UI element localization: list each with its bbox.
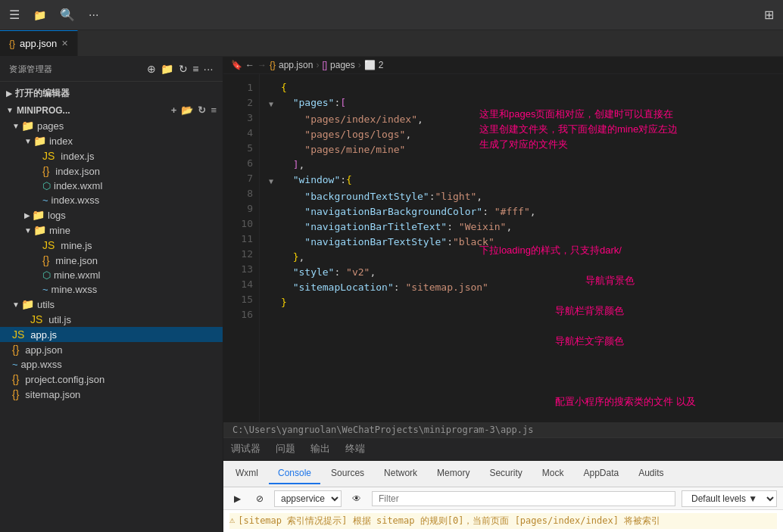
- tree-mine-js[interactable]: JS mine.js: [0, 238, 223, 253]
- play-button[interactable]: ▶: [229, 492, 245, 506]
- tab-app-json[interactable]: {} app.json ✕: [0, 30, 78, 56]
- devtools-tab-network[interactable]: Network: [375, 463, 426, 484]
- eye-button[interactable]: 👁: [348, 492, 366, 506]
- folder-icon: 📁: [21, 298, 34, 310]
- wxss-icon: ~: [42, 284, 48, 295]
- line-numbers: 12345 678910 1112131415 16: [223, 74, 260, 422]
- tab-label: app.json: [20, 38, 57, 49]
- miniprog-refresh-icon[interactable]: ↻: [198, 104, 206, 116]
- tree-index-json[interactable]: {} index.json: [0, 163, 223, 179]
- devtools-tab-memory[interactable]: Memory: [428, 463, 479, 484]
- tab-close-icon[interactable]: ✕: [61, 39, 68, 48]
- sidebar-title: 资源管理器: [9, 64, 53, 75]
- tree-mine-wxss[interactable]: ~ mine.wxss: [0, 282, 223, 297]
- miniprog-newfolder-icon[interactable]: 📂: [181, 104, 193, 116]
- tree-mine-wxml[interactable]: ⬡ mine.wxml: [0, 268, 223, 282]
- explorer-icon[interactable]: 📁: [30, 6, 49, 24]
- wxss-icon: ~: [12, 359, 18, 370]
- stop-button[interactable]: ⊘: [251, 492, 268, 506]
- sidebar-more-icon[interactable]: ···: [204, 63, 214, 75]
- sidebar: 资源管理器 ⊕ 📁 ↻ ≡ ··· ▶ 打开的编辑器 ▼ MINIPROG...: [0, 57, 223, 532]
- filter-input[interactable]: [372, 491, 675, 506]
- tree-index-wxml[interactable]: ⬡ index.wxml: [0, 179, 223, 193]
- top-bar: ☰ 📁 🔍 ··· ⊞: [0, 0, 783, 30]
- bc-json-icon: {}: [270, 60, 276, 70]
- tree-logs[interactable]: ▶ 📁 logs: [0, 207, 223, 222]
- devtools-tabs: Wxml Console Sources Network Memory Secu…: [223, 461, 783, 487]
- code-line-8: "backgroundTextStyle":"light",: [269, 189, 783, 204]
- tree-index-wxss[interactable]: ~ index.wxss: [0, 193, 223, 207]
- folder-icon: 📁: [33, 135, 46, 147]
- path-text: C:\Users\yangruolan\WeChatProjects\minip…: [232, 425, 533, 435]
- folder-icon: 📁: [21, 120, 34, 132]
- devtools-tab-audits[interactable]: Audits: [629, 463, 672, 484]
- devtools-tab-mock[interactable]: Mock: [533, 463, 573, 484]
- sidebar-collapse-icon[interactable]: ≡: [192, 63, 199, 75]
- bottom-panel: 调试器 问题 输出 终端 Wxml Console Sources Networ…: [223, 437, 783, 532]
- devtools-tab-security[interactable]: Security: [480, 463, 531, 484]
- wxml-icon: ⬡: [42, 180, 51, 191]
- miniprog-collapse-icon[interactable]: ≡: [211, 104, 217, 116]
- tree-mine-json[interactable]: {} mine.json: [0, 253, 223, 268]
- tree-util-js[interactable]: JS util.js: [0, 312, 223, 327]
- annotation-7: 导航栏文字颜色: [555, 334, 624, 349]
- tab-output[interactable]: 输出: [309, 439, 332, 460]
- code-line-9: "navigationBarBackgroundColor": "#fff",: [269, 204, 783, 219]
- bc-forward-icon[interactable]: →: [257, 60, 267, 70]
- code-line-2: ▼ "pages":[: [269, 95, 783, 112]
- tab-problems[interactable]: 问题: [274, 439, 297, 460]
- code-content[interactable]: { ▼ "pages":[ "pages/index/index", "page…: [260, 74, 783, 422]
- bc-num: 2: [379, 60, 384, 70]
- split-icon[interactable]: ⊞: [761, 5, 777, 25]
- tree-pages[interactable]: ▼ 📁 pages: [0, 118, 223, 133]
- tree-index[interactable]: ▼ 📁 index: [0, 133, 223, 148]
- sidebar-tree: ▶ 打开的编辑器 ▼ MINIPROG... + 📂 ↻ ≡ ▼: [0, 82, 223, 532]
- tree-app-js[interactable]: JS app.js: [0, 327, 223, 342]
- tree-sitemap[interactable]: {} sitemap.json: [0, 387, 223, 402]
- warning-icon: ⚠: [229, 515, 235, 525]
- tree-index-js[interactable]: JS index.js: [0, 148, 223, 163]
- sidebar-new-file-icon[interactable]: ⊕: [147, 63, 157, 75]
- miniprog-add-icon[interactable]: +: [171, 104, 177, 116]
- more-icon[interactable]: ···: [86, 5, 101, 25]
- js-icon: JS: [30, 313, 42, 325]
- levels-select[interactable]: Default levels ▼: [682, 490, 777, 507]
- service-select[interactable]: appservice: [274, 490, 342, 507]
- devtools-tab-appdata[interactable]: AppData: [574, 463, 628, 484]
- code-line-13: "style": "v2",: [269, 265, 783, 280]
- breadcrumb-bar: 🔖 ← → {} app.json › [] pages › ⬜ 2: [223, 57, 783, 74]
- json-icon: {}: [12, 344, 19, 356]
- tab-debugger[interactable]: 调试器: [229, 439, 262, 460]
- code-line-12: },: [269, 250, 783, 265]
- sidebar-header-icons: ⊕ 📁 ↻ ≡ ···: [147, 63, 214, 75]
- tree-app-wxss[interactable]: ~ app.wxss: [0, 357, 223, 372]
- tree-mine[interactable]: ▼ 📁 mine: [0, 222, 223, 238]
- tree-app-json[interactable]: {} app.json: [0, 342, 223, 357]
- code-line-16: [269, 310, 783, 325]
- wxss-icon: ~: [42, 194, 48, 206]
- devtools-tab-wxml[interactable]: Wxml: [226, 463, 267, 484]
- tab-bar: {} app.json ✕: [0, 30, 783, 57]
- tree-utils[interactable]: ▼ 📁 utils: [0, 297, 223, 312]
- js-icon: JS: [42, 239, 55, 251]
- devtools-panel: Wxml Console Sources Network Memory Secu…: [223, 461, 783, 532]
- tab-terminal[interactable]: 终端: [344, 439, 367, 460]
- devtools-tab-sources[interactable]: Sources: [322, 463, 373, 484]
- bc-back-icon[interactable]: ←: [245, 60, 254, 70]
- hamburger-icon[interactable]: ☰: [6, 5, 23, 25]
- bc-book-icon: 🔖: [231, 60, 242, 70]
- tree-project-config[interactable]: {} project.config.json: [0, 372, 223, 387]
- console-content: ⚠ [sitemap 索引情况提示] 根据 sitemap 的规则[0]，当前页…: [223, 510, 783, 532]
- devtools-tab-console[interactable]: Console: [269, 463, 320, 484]
- section-miniprog[interactable]: ▼ MINIPROG... + 📂 ↻ ≡: [0, 102, 223, 118]
- search-icon[interactable]: 🔍: [57, 5, 78, 25]
- code-line-11: "navigationBarTextStyle":"black": [269, 235, 783, 250]
- section-open-editors[interactable]: ▶ 打开的编辑器: [0, 85, 223, 102]
- sidebar-refresh-icon[interactable]: ↻: [179, 63, 189, 75]
- code-line-6: ],: [269, 157, 783, 173]
- section-arrow-miniprog: ▼: [6, 106, 14, 114]
- code-line-1: {: [269, 80, 783, 95]
- devtools-toolbar: ▶ ⊘ appservice 👁 Default levels ▼: [223, 487, 783, 510]
- sidebar-new-folder-icon[interactable]: 📁: [161, 63, 174, 75]
- bc-array-icon: []: [322, 60, 327, 70]
